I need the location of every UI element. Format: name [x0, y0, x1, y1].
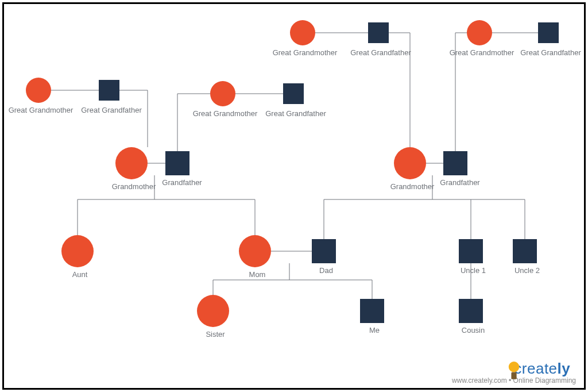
svg-rect-9	[165, 151, 189, 175]
svg-point-13	[239, 235, 271, 267]
label-ggf4: Great Grandfather	[520, 48, 581, 57]
svg-point-3	[467, 20, 492, 45]
svg-rect-19	[459, 299, 483, 323]
svg-point-20	[509, 362, 519, 372]
svg-point-1	[210, 81, 235, 106]
label-uncle1: Uncle 1	[461, 266, 486, 275]
label-ggf2: Great Grandfather	[265, 109, 326, 118]
svg-rect-16	[513, 239, 537, 263]
svg-rect-11	[443, 151, 467, 175]
svg-point-12	[61, 235, 94, 267]
label-uncle2: Uncle 2	[514, 266, 540, 275]
label-ggm4: Great Grandmother	[450, 48, 514, 57]
label-gf1: Grandfather	[162, 178, 202, 187]
svg-point-17	[197, 295, 229, 327]
svg-rect-18	[360, 299, 384, 323]
svg-point-2	[290, 20, 315, 45]
label-ggm1: Great Grandmother	[9, 106, 74, 114]
label-ggm3: Great Grandmother	[273, 48, 338, 57]
label-sister: Sister	[206, 330, 225, 339]
svg-point-8	[115, 147, 148, 179]
svg-rect-15	[459, 239, 483, 263]
svg-rect-4	[99, 80, 119, 101]
svg-rect-6	[368, 22, 389, 43]
label-cousin: Cousin	[462, 326, 485, 335]
svg-rect-21	[511, 372, 516, 379]
label-gm2: Grandmother	[390, 182, 435, 191]
svg-rect-5	[283, 83, 304, 104]
label-mom: Mom	[249, 270, 266, 279]
svg-rect-7	[538, 22, 559, 43]
brand-logo: creately	[452, 360, 576, 378]
label-ggf1: Great Grandfather	[81, 106, 142, 114]
svg-rect-14	[312, 239, 336, 263]
label-ggm2: Great Grandmother	[193, 109, 258, 118]
label-aunt: Aunt	[72, 270, 88, 279]
label-me: Me	[369, 326, 380, 335]
genogram-svg	[4, 4, 584, 388]
label-gm1: Grandmother	[112, 182, 156, 191]
svg-point-10	[394, 147, 426, 179]
diagram-frame: Great Grandmother Great Grandfather Grea…	[2, 2, 586, 390]
label-dad: Dad	[319, 266, 333, 275]
label-ggf3: Great Grandfather	[350, 48, 411, 57]
label-gf2: Grandfather	[440, 178, 479, 187]
svg-point-0	[26, 78, 51, 103]
attribution-block: creately www.creately.com • Online Diagr…	[452, 360, 576, 385]
